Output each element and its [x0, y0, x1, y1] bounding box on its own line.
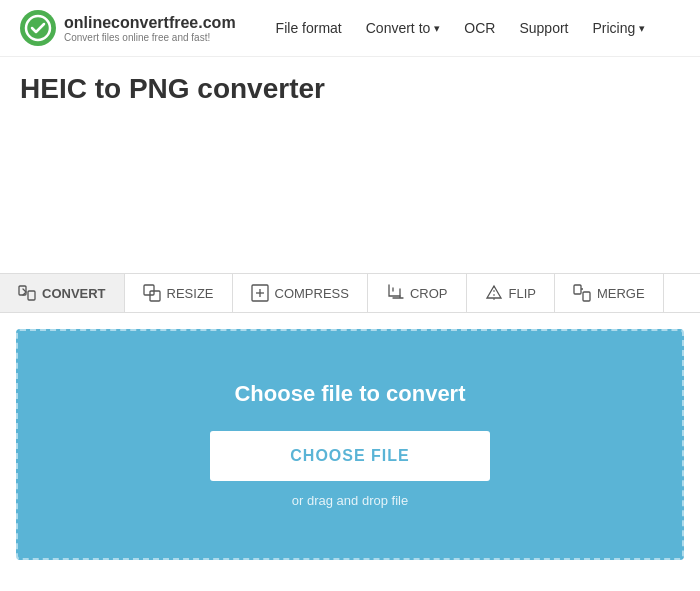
logo-text-area: onlineconvertfree.com Convert files onli…	[64, 14, 236, 43]
tab-crop-label: CROP	[410, 286, 448, 301]
main-nav: File format Convert to OCR Support Prici…	[276, 20, 680, 36]
tab-compress[interactable]: COMPRESS	[233, 274, 368, 312]
header: onlineconvertfree.com Convert files onli…	[0, 0, 700, 57]
logo-subtitle: Convert files online free and fast!	[64, 32, 236, 43]
nav-pricing[interactable]: Pricing	[593, 20, 646, 36]
svg-rect-3	[28, 291, 35, 300]
nav-file-format[interactable]: File format	[276, 20, 342, 36]
compress-icon	[251, 284, 269, 302]
tab-merge[interactable]: MERGE	[555, 274, 664, 312]
tab-compress-label: COMPRESS	[275, 286, 349, 301]
svg-rect-5	[150, 291, 160, 301]
choose-file-button[interactable]: CHOOSE FILE	[210, 431, 489, 481]
content-spacer	[0, 113, 700, 273]
logo-area[interactable]: onlineconvertfree.com Convert files onli…	[20, 10, 236, 46]
nav-convert-to[interactable]: Convert to	[366, 20, 441, 36]
tab-merge-label: MERGE	[597, 286, 645, 301]
resize-icon	[143, 284, 161, 302]
tab-flip-label: FLIP	[509, 286, 536, 301]
nav-ocr[interactable]: OCR	[464, 20, 495, 36]
upload-title: Choose file to convert	[234, 381, 465, 407]
convert-icon	[18, 284, 36, 302]
upload-section: Choose file to convert CHOOSE FILE or dr…	[16, 329, 684, 560]
page-title: HEIC to PNG converter	[20, 73, 680, 105]
svg-rect-4	[144, 285, 154, 295]
svg-rect-11	[574, 285, 581, 294]
svg-rect-12	[583, 292, 590, 301]
tab-convert[interactable]: CONVERT	[0, 274, 125, 312]
tab-resize[interactable]: RESIZE	[125, 274, 233, 312]
flip-icon	[485, 284, 503, 302]
tab-crop[interactable]: CROP	[368, 274, 467, 312]
drag-drop-text: or drag and drop file	[292, 493, 408, 508]
logo-icon	[20, 10, 56, 46]
nav-support[interactable]: Support	[519, 20, 568, 36]
tab-resize-label: RESIZE	[167, 286, 214, 301]
toolbar: CONVERT RESIZE COMPRESS CROP	[0, 273, 700, 313]
logo-title: onlineconvertfree.com	[64, 14, 236, 32]
tab-convert-label: CONVERT	[42, 286, 106, 301]
merge-icon	[573, 284, 591, 302]
crop-icon	[386, 284, 404, 302]
page-title-area: HEIC to PNG converter	[0, 57, 700, 113]
tab-flip[interactable]: FLIP	[467, 274, 555, 312]
